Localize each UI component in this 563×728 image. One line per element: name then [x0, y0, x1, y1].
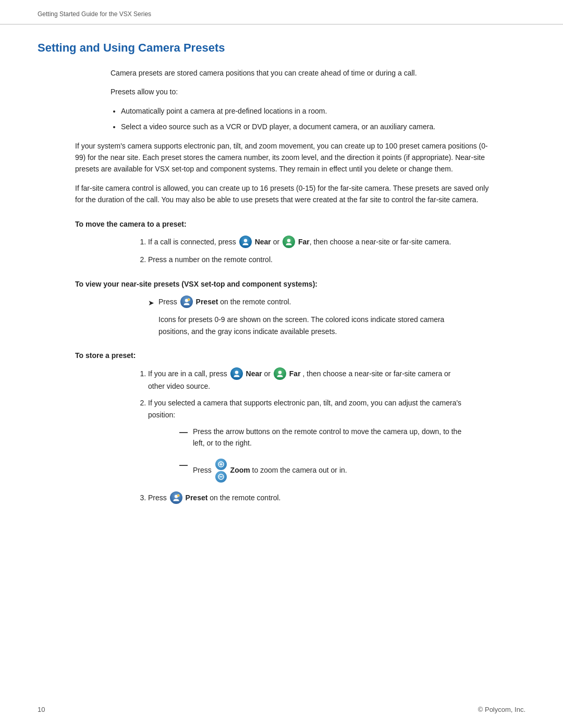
dash-list: — Press the arrow buttons on the remote …: [179, 426, 463, 483]
store-step1-far: Far: [289, 369, 301, 378]
store-step1-near: Near: [246, 369, 262, 378]
page-content: Setting and Using Camera Presets Camera …: [0, 24, 563, 543]
section-store: To store a preset: If you are in a call,…: [75, 350, 494, 504]
section-move-heading: To move the camera to a preset:: [75, 218, 494, 230]
copyright: © Polycom, Inc.: [478, 706, 525, 713]
section-view: To view your near-site presets (VSX set-…: [75, 278, 494, 338]
section-move: To move the camera to a preset: If a cal…: [75, 218, 494, 266]
arrow-char: ➤: [148, 297, 154, 309]
store-step-3: Press Preset on the remote control.: [148, 492, 463, 504]
dash2-suffix: to zoom the camera out or in.: [252, 466, 347, 474]
zoom-minus-btn: [215, 471, 227, 483]
move-step1-near: Near: [255, 238, 271, 246]
svg-point-0: [244, 239, 247, 242]
move-step1-or: or: [273, 238, 279, 246]
move-steps: If a call is connected, press Near or: [148, 236, 463, 266]
dash-content-2: Press: [193, 459, 347, 483]
view-suffix2: on the remote control.: [220, 298, 291, 306]
zoom-icon: [215, 459, 227, 483]
step3-prefix: Press: [148, 493, 167, 502]
svg-point-1: [287, 239, 290, 242]
dash-item-2: — Press: [179, 459, 463, 483]
move-step1-far: Far: [298, 238, 310, 246]
bullet-item-2: Select a video source such as a VCR or D…: [121, 121, 494, 132]
store-steps: If you are in a call, press Near or: [148, 368, 463, 505]
header-text: Getting Started Guide for the VSX Series: [38, 10, 151, 18]
page-header: Getting Started Guide for the VSX Series: [0, 0, 563, 24]
far-icon-1: [283, 236, 295, 248]
page-container: Getting Started Guide for the VSX Series…: [0, 0, 563, 728]
view-arrow-list: ➤ Press Preset on the remote control.: [148, 296, 463, 309]
preset-icon-2: [170, 491, 182, 504]
view-info-block: Icons for presets 0-9 are shown on the s…: [158, 314, 463, 337]
store-step-1: If you are in a call, press Near or: [148, 368, 463, 392]
move-step-1: If a call is connected, press Near or: [148, 236, 463, 249]
dash2-prefix: Press: [193, 466, 212, 474]
move-step1-suffix: , then choose a near-site or far-site ca…: [310, 238, 451, 246]
section-store-heading: To store a preset:: [75, 350, 494, 361]
far-icon-2: [274, 367, 286, 380]
page-number: 10: [38, 706, 45, 713]
zoom-plus-btn: [215, 459, 227, 470]
section-view-heading: To view your near-site presets (VSX set-…: [75, 278, 494, 290]
dash-item-1: — Press the arrow buttons on the remote …: [179, 426, 463, 449]
move-step-2: Press a number on the remote control.: [148, 254, 463, 265]
store-step-2: If you selected a camera that supports e…: [148, 397, 463, 483]
intro-para1: Camera presets are stored camera positio…: [111, 67, 494, 79]
view-info-text: Icons for presets 0-9 are shown on the s…: [158, 314, 463, 337]
dash2-label: Zoom: [230, 466, 250, 474]
svg-point-3: [187, 299, 190, 301]
intro-para3: If your system's camera supports electro…: [75, 140, 494, 175]
dash-char-2: —: [179, 459, 188, 472]
intro-para2: Presets allow you to:: [111, 86, 494, 97]
view-preset-label: Preset: [196, 298, 218, 306]
intro-block: Camera presets are stored camera positio…: [111, 67, 494, 98]
page-title: Setting and Using Camera Presets: [38, 41, 525, 55]
view-arrow-content: Press Preset on the remote control.: [158, 296, 291, 309]
step3-label: Preset: [186, 493, 208, 502]
store-step2-text: If you selected a camera that supports e…: [148, 399, 461, 418]
view-arrow-item: ➤ Press Preset on the remote control.: [148, 296, 463, 309]
store-step1-prefix: If you are in a call, press: [148, 369, 227, 378]
preset-icon-1: [180, 295, 193, 308]
svg-point-4: [235, 371, 238, 374]
page-footer: 10 © Polycom, Inc.: [38, 706, 525, 713]
svg-point-5: [278, 371, 282, 374]
bullet-item-1: Automatically point a camera at pre-defi…: [121, 105, 494, 117]
bullet-list: Automatically point a camera at pre-defi…: [121, 105, 494, 133]
dash-char-1: —: [179, 426, 188, 439]
dash-text-1: Press the arrow buttons on the remote co…: [193, 426, 463, 449]
near-icon-2: [230, 367, 243, 380]
step3-suffix: on the remote control.: [210, 493, 280, 502]
near-icon-1: [239, 236, 252, 248]
move-step1-prefix: If a call is connected, press: [148, 238, 236, 246]
svg-point-12: [177, 495, 179, 497]
intro-para4: If far-site camera control is allowed, y…: [75, 182, 494, 206]
view-prefix: Press: [158, 298, 177, 306]
